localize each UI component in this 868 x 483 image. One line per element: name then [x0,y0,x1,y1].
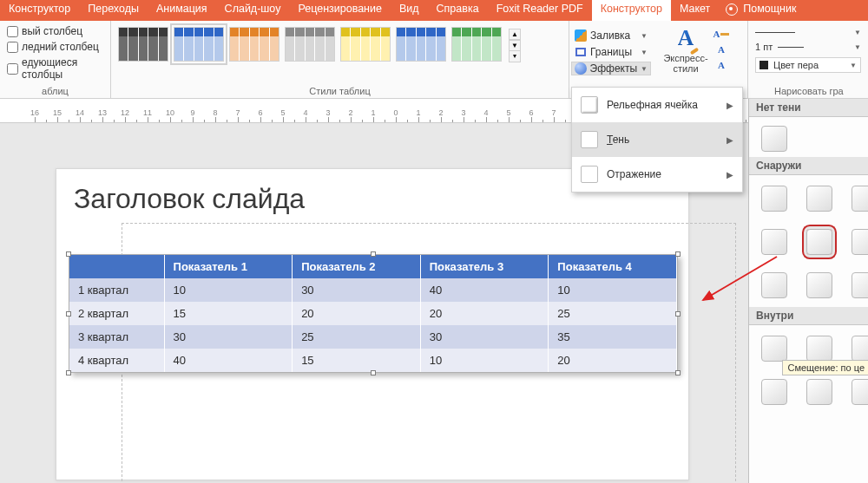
table-cell[interactable]: 15 [164,302,293,325]
table-cell[interactable]: 35 [549,325,677,349]
shadow-preset-i2[interactable] [806,336,832,362]
section-heading: Снаружи [749,157,868,175]
shadow-preset-o8[interactable] [806,272,832,298]
table-cell[interactable]: 10 [164,278,293,302]
table-cell[interactable]: 25 [549,302,677,325]
tab-animatsiya[interactable]: Анимация [148,0,216,21]
shadow-preset-o6[interactable] [852,229,868,255]
table-cell[interactable]: 10 [549,278,677,302]
table-row[interactable]: 1 квартал10304010 [69,278,677,302]
shadow-icon [581,131,598,148]
style-thumb-1[interactable] [118,27,168,62]
resize-handle[interactable] [675,311,681,317]
style-thumb-4[interactable] [285,27,335,62]
shadow-preset-i4[interactable] [761,379,787,405]
resize-handle[interactable] [675,370,681,375]
shadow-preset-i3[interactable] [852,336,868,362]
borders-dropdown[interactable]: Границы▼ [571,45,651,59]
resize-handle[interactable] [66,370,71,375]
table-cell[interactable]: 25 [293,325,421,349]
resize-handle[interactable] [371,251,376,257]
table-header[interactable]: Показатель 3 [420,255,549,278]
table-cell[interactable]: 20 [420,302,549,325]
express-styles-button[interactable]: A Экспресс-стили [660,23,712,96]
shadow-preset-o2[interactable] [806,186,832,212]
shadow-preset-o3[interactable] [852,186,868,212]
table-cell[interactable]: 30 [420,325,549,349]
table-header[interactable]: Показатель 1 [164,255,293,278]
shadow-preset-none[interactable] [761,126,787,152]
table-cell[interactable]: 15 [293,349,421,372]
shadow-preset-i1[interactable] [761,336,787,362]
menu-item-shadow[interactable]: Тень ▶ [572,122,742,157]
table-cell-label[interactable]: 1 квартал [69,278,164,302]
chevron-down-icon: ▼ [641,49,648,56]
chk-last-column[interactable] [7,42,18,53]
table-cell[interactable]: 30 [164,325,293,349]
fill-dropdown[interactable]: Заливка▼ [571,29,651,42]
tab-help[interactable]: Справка [428,0,488,21]
gallery-more-button[interactable]: ▾ [509,51,521,62]
shadow-preset-o9[interactable] [852,272,868,298]
resize-handle[interactable] [66,251,71,257]
tab-foxit[interactable]: Foxit Reader PDF [488,0,592,21]
table-header[interactable]: Показатель 2 [293,255,421,278]
shadow-preset-o4[interactable] [761,229,787,255]
tab-layout[interactable]: Макет [671,0,719,21]
table-header[interactable]: Показатель 4 [549,255,677,278]
chk-banded-columns[interactable] [7,63,18,75]
shadow-preset-o5[interactable] [806,229,832,255]
tab-view[interactable]: Вид [391,0,428,21]
shadow-preset-i5[interactable] [806,379,832,405]
style-thumb-5[interactable] [340,27,391,62]
table-row[interactable]: 3 квартал30253035 [69,325,677,349]
shadow-preset-o1[interactable] [761,186,787,212]
pen-group: ▼ 1 пт▼ Цвет пера▼ Нарисовать гра [748,21,868,98]
effects-dropdown[interactable]: Эффекты▼ [571,62,651,75]
shadow-preset-o7[interactable] [761,272,787,298]
table-selection[interactable]: Показатель 1Показатель 2Показатель 3Пока… [69,254,678,373]
menu-item-bevel[interactable]: Рельефная ячейка ▶ [572,88,742,122]
table-row[interactable]: 2 квартал15202025 [69,302,677,325]
text-effects-button[interactable]: A [712,58,731,72]
table-cell[interactable]: 10 [420,349,549,372]
table-cell-label[interactable]: 3 квартал [69,325,164,349]
table-cell[interactable]: 40 [420,278,549,302]
menu-item-bevel-label: Рельефная ячейка [607,99,698,111]
table-header-blank[interactable] [69,255,164,278]
menu-item-shadow-label: Тень [607,134,629,146]
text-fill-button[interactable]: A [712,27,731,41]
menu-item-reflection[interactable]: Отражение ▶ [572,157,742,192]
table-cell-label[interactable]: 2 квартал [69,302,164,325]
text-outline-button[interactable]: A [712,42,731,56]
style-thumb-6[interactable] [396,27,446,62]
tab-slideshow[interactable]: Слайд-шоу [216,0,290,21]
chk-first-column[interactable] [7,26,18,37]
table-cell[interactable]: 20 [549,349,677,372]
wordart-mini-tools: A A A [712,23,731,96]
table-cell[interactable]: 30 [293,278,421,302]
tab-perehody[interactable]: Переходы [79,0,148,21]
pen-color-dropdown[interactable]: Цвет пера▼ [755,57,861,73]
tab-konstruktor-active[interactable]: Конструктор [592,0,671,21]
style-thumb-7[interactable] [451,27,502,62]
table-cell-label[interactable]: 4 квартал [69,349,164,372]
style-thumb-3[interactable] [229,27,279,62]
style-thumb-2[interactable] [174,27,224,62]
table-cell[interactable]: 40 [164,349,293,372]
resize-handle[interactable] [675,251,681,257]
slide[interactable]: Заголовок слайда Показатель 1Показатель … [56,168,689,480]
table-row[interactable]: 4 квартал40151020 [69,349,677,372]
shadow-preset-i6[interactable] [852,379,868,405]
tab-konstruktor-1[interactable]: Конструктор [0,0,79,21]
gallery-down-button[interactable]: ▼ [509,40,521,51]
slide-table[interactable]: Показатель 1Показатель 2Показатель 3Пока… [69,255,677,372]
gallery-up-button[interactable]: ▲ [509,29,521,40]
resize-handle[interactable] [371,370,376,375]
ruler-label: 8 [213,108,217,117]
helper-text[interactable]: Помощник [741,0,805,21]
resize-handle[interactable] [66,311,71,317]
table-cell[interactable]: 20 [293,302,421,325]
pen-weight-value[interactable]: 1 пт [755,42,773,52]
tab-review[interactable]: Рецензирование [289,0,391,21]
